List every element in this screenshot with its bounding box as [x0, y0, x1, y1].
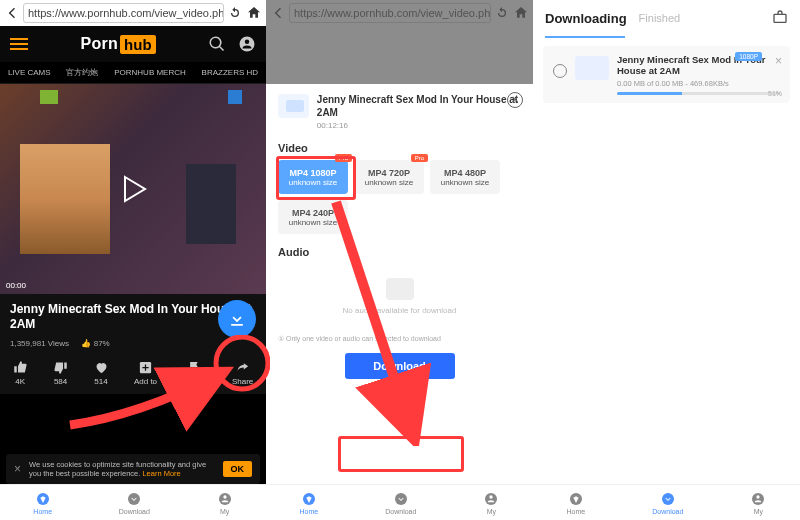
back-icon[interactable]: [4, 5, 20, 21]
bottomnav-home[interactable]: Home: [33, 491, 52, 515]
svg-point-4: [128, 493, 140, 505]
toolbox-icon[interactable]: [772, 9, 788, 28]
like-action[interactable]: 4K: [13, 360, 28, 386]
sheet-title: Jenny Minecraft Sex Mod In Your House at…: [317, 94, 521, 119]
svg-rect-12: [774, 14, 786, 22]
section-video: Video: [278, 142, 521, 154]
svg-point-7: [216, 337, 268, 389]
nav-tab[interactable]: BRAZZERS HD: [202, 68, 258, 77]
bottomnav-my[interactable]: My: [750, 491, 766, 515]
bottomnav-home[interactable]: Home: [567, 491, 586, 515]
download-button[interactable]: [218, 300, 256, 338]
bottomnav-download[interactable]: Download: [119, 491, 150, 515]
svg-point-1: [245, 40, 250, 45]
download-item[interactable]: Jenny Minecraft Sex Mod In Your House at…: [543, 46, 790, 103]
elapsed-time: 00:00: [6, 281, 26, 290]
learn-more-link[interactable]: Learn More: [142, 469, 180, 478]
svg-point-11: [490, 495, 493, 498]
site-logo[interactable]: Pornhub: [80, 35, 155, 54]
svg-point-15: [752, 493, 764, 505]
svg-point-16: [757, 495, 760, 498]
quality-720p[interactable]: ProMP4 720Punknown size: [354, 160, 424, 194]
svg-point-5: [219, 493, 231, 505]
play-icon[interactable]: [113, 169, 153, 209]
ok-button[interactable]: OK: [223, 461, 253, 477]
home-icon[interactable]: [246, 5, 262, 21]
cookie-banner: × We use cookies to optimize site functi…: [6, 454, 260, 484]
nav-tab[interactable]: LIVE CAMS: [8, 68, 51, 77]
reload-icon[interactable]: [227, 5, 243, 21]
annotation-arrow: [316, 196, 456, 446]
bottomnav-my[interactable]: My: [217, 491, 233, 515]
select-radio[interactable]: [553, 64, 567, 78]
quality-480p[interactable]: MP4 480Punknown size: [430, 160, 500, 194]
close-icon[interactable]: ×: [775, 54, 782, 68]
user-icon[interactable]: [238, 35, 256, 53]
bottomnav-download[interactable]: Download: [385, 491, 416, 515]
url-bar[interactable]: https://www.pornhub.com/view_video.php?v…: [23, 3, 224, 23]
bottomnav-home[interactable]: Home: [300, 491, 319, 515]
bottomnav-my[interactable]: My: [483, 491, 499, 515]
item-thumb: [575, 56, 609, 80]
duration: 00:12:16: [317, 121, 521, 130]
video-player[interactable]: 00:00: [0, 84, 266, 294]
annotation-arrow: [60, 335, 270, 445]
tab-downloading[interactable]: Downloading: [545, 11, 627, 26]
close-icon[interactable]: ×: [14, 462, 21, 476]
svg-point-9: [395, 493, 407, 505]
svg-point-14: [662, 493, 674, 505]
video-thumb: [278, 94, 309, 118]
bottomnav-download[interactable]: Download: [652, 491, 683, 515]
nav-tab[interactable]: PORNHUB MERCH: [114, 68, 186, 77]
svg-point-10: [485, 493, 497, 505]
close-icon[interactable]: ✕: [507, 92, 523, 108]
item-size: 0.00 MB of 0.00 MB - 469.68KB/s: [617, 79, 780, 88]
menu-icon[interactable]: [10, 35, 28, 53]
search-icon[interactable]: [208, 35, 226, 53]
annotation-box: [276, 156, 356, 200]
quality-tag: 1080P: [735, 52, 762, 61]
progress-pct: 51%: [768, 90, 782, 97]
nav-tab[interactable]: 官方约炮: [66, 67, 98, 78]
tab-finished[interactable]: Finished: [639, 12, 681, 24]
svg-point-6: [223, 495, 226, 498]
